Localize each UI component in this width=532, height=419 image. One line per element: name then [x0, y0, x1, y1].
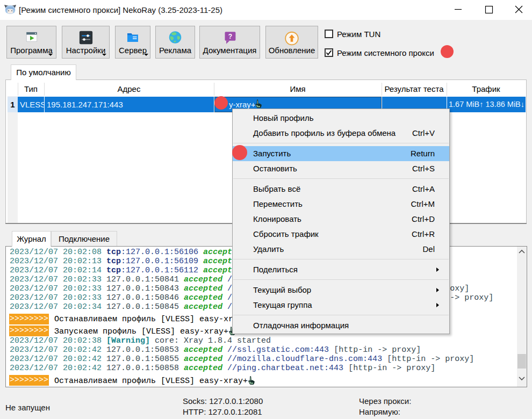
- svg-text:?: ?: [228, 33, 232, 40]
